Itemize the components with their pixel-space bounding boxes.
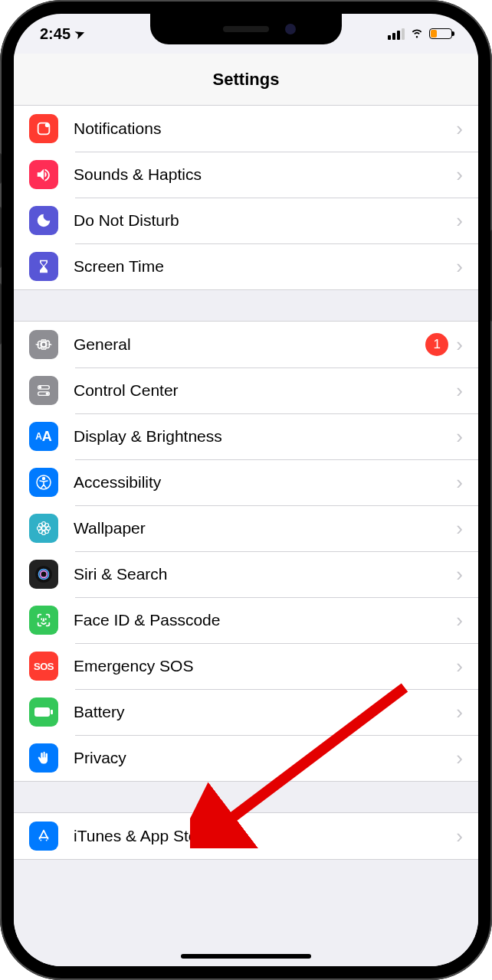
- row-sos[interactable]: SOS Emergency SOS ›: [14, 643, 478, 689]
- home-indicator[interactable]: [181, 954, 311, 959]
- notifications-icon: [29, 114, 58, 143]
- row-siri[interactable]: Siri & Search ›: [14, 551, 478, 597]
- iphone-frame: 2:45 ➤ Settings Notifications: [0, 0, 492, 980]
- row-screentime[interactable]: Screen Time ›: [14, 243, 478, 289]
- hourglass-icon: [29, 252, 58, 281]
- text-size-icon: AA: [29, 422, 58, 451]
- page-title: Settings: [213, 70, 280, 90]
- svg-point-18: [35, 566, 52, 583]
- moon-icon: [29, 206, 58, 235]
- screen: 2:45 ➤ Settings Notifications: [14, 14, 478, 966]
- gear-icon: [29, 330, 58, 359]
- hand-icon: [29, 743, 58, 773]
- row-label: Emergency SOS: [74, 657, 456, 675]
- row-display[interactable]: AA Display & Brightness ›: [14, 413, 478, 459]
- header: Settings: [14, 54, 478, 106]
- chevron-right-icon: ›: [456, 746, 463, 770]
- svg-point-2: [41, 342, 46, 347]
- row-label: Privacy: [74, 749, 456, 767]
- switches-icon: [29, 376, 58, 405]
- settings-list[interactable]: Notifications › Sounds & Haptics › Do No…: [14, 106, 478, 966]
- row-general[interactable]: General 1 ›: [14, 322, 478, 368]
- row-label: iTunes & App Store: [74, 827, 456, 845]
- chevron-right-icon: ›: [456, 209, 463, 233]
- row-label: Face ID & Passcode: [74, 611, 456, 629]
- svg-point-6: [46, 392, 49, 395]
- row-privacy[interactable]: Privacy ›: [14, 735, 478, 781]
- sounds-icon: [29, 160, 58, 189]
- chevron-right-icon: ›: [456, 117, 463, 141]
- battery-row-icon: [29, 697, 58, 727]
- appstore-icon: [29, 822, 58, 851]
- chevron-right-icon: ›: [456, 655, 463, 678]
- settings-group-1: General 1 › Control Center › AA Display …: [14, 321, 478, 782]
- settings-group-0: Notifications › Sounds & Haptics › Do No…: [14, 106, 478, 290]
- accessibility-icon: [29, 468, 58, 497]
- row-label: Control Center: [74, 381, 456, 400]
- chevron-right-icon: ›: [456, 701, 463, 724]
- svg-point-1: [45, 123, 50, 128]
- row-label: Wallpaper: [74, 519, 456, 537]
- row-wallpaper[interactable]: Wallpaper ›: [14, 505, 478, 551]
- chevron-right-icon: ›: [456, 255, 463, 279]
- chevron-right-icon: ›: [456, 517, 463, 541]
- row-controlcenter[interactable]: Control Center ›: [14, 368, 478, 413]
- row-label: Siri & Search: [74, 565, 456, 583]
- chevron-right-icon: ›: [456, 425, 463, 449]
- row-accessibility[interactable]: Accessibility ›: [14, 459, 478, 505]
- svg-rect-21: [34, 707, 50, 717]
- row-label: Battery: [74, 703, 456, 721]
- row-label: Do Not Disturb: [74, 211, 456, 230]
- svg-rect-22: [51, 710, 53, 714]
- notch: [150, 14, 342, 44]
- chevron-right-icon: ›: [456, 379, 463, 403]
- row-label: Sounds & Haptics: [74, 165, 456, 184]
- row-label: Notifications: [74, 119, 456, 138]
- row-label: Screen Time: [74, 257, 456, 276]
- battery-icon: [429, 28, 452, 39]
- cellular-signal-icon: [388, 28, 405, 40]
- svg-point-8: [43, 478, 45, 480]
- chevron-right-icon: ›: [456, 609, 463, 632]
- svg-point-9: [42, 527, 46, 531]
- row-sounds[interactable]: Sounds & Haptics ›: [14, 152, 478, 198]
- row-dnd[interactable]: Do Not Disturb ›: [14, 198, 478, 243]
- badge: 1: [425, 333, 448, 356]
- chevron-right-icon: ›: [456, 471, 463, 495]
- wifi-icon: [409, 24, 425, 43]
- chevron-right-icon: ›: [456, 163, 463, 187]
- row-itunes[interactable]: iTunes & App Store ›: [14, 813, 478, 859]
- siri-icon: [29, 560, 58, 589]
- row-label: Accessibility: [74, 473, 456, 492]
- status-time: 2:45: [40, 25, 71, 43]
- chevron-right-icon: ›: [456, 825, 463, 848]
- row-label: Display & Brightness: [74, 427, 456, 446]
- flower-icon: [29, 514, 58, 543]
- chevron-right-icon: ›: [456, 563, 463, 586]
- svg-point-4: [39, 386, 42, 389]
- location-icon: ➤: [73, 25, 87, 41]
- chevron-right-icon: ›: [456, 333, 463, 357]
- faceid-icon: [29, 606, 58, 635]
- row-notifications[interactable]: Notifications ›: [14, 106, 478, 152]
- sos-icon: SOS: [29, 652, 58, 681]
- settings-group-2: iTunes & App Store ›: [14, 812, 478, 860]
- row-battery[interactable]: Battery ›: [14, 689, 478, 735]
- row-faceid[interactable]: Face ID & Passcode ›: [14, 597, 478, 643]
- row-label: General: [74, 335, 425, 354]
